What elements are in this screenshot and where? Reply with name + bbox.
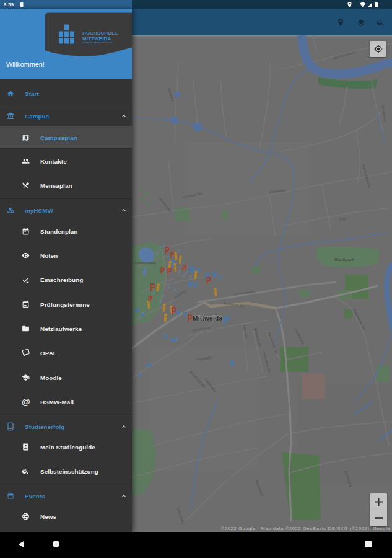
svg-text:P: P — [148, 293, 152, 304]
svg-text:P: P — [170, 249, 175, 259]
svg-text:P: P — [188, 312, 193, 324]
svg-text:P: P — [165, 244, 170, 257]
svg-text:Mittweida: Mittweida — [193, 315, 222, 322]
svg-text:P: P — [182, 262, 186, 273]
svg-text:B 32: B 32 — [339, 217, 346, 221]
svg-text:HOCHSCHULE: HOCHSCHULE — [82, 30, 118, 36]
svg-text:P: P — [167, 265, 172, 276]
svg-text:Stadtpark: Stadtpark — [334, 257, 354, 262]
svg-text:Technikumplatz: Technikumplatz — [134, 261, 156, 265]
svg-text:P: P — [206, 274, 211, 286]
svg-text:P: P — [150, 281, 155, 294]
svg-text:P: P — [172, 304, 176, 317]
svg-text:MITTWEIDA: MITTWEIDA — [82, 36, 111, 42]
svg-text:P: P — [160, 265, 165, 275]
svg-text:University of Applied Sciences: University of Applied Sciences — [82, 42, 112, 44]
